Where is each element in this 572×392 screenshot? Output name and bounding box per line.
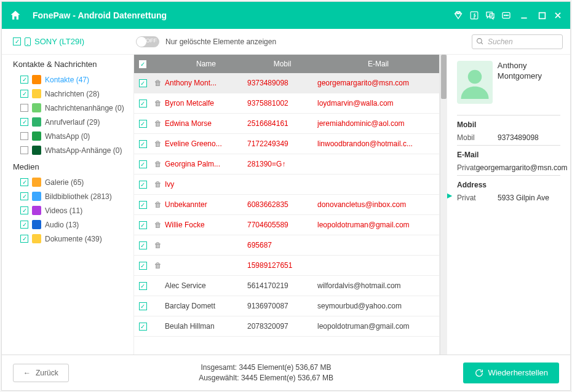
row-checkbox[interactable]: [139, 282, 147, 290]
sidebar-item[interactable]: Dokumente (439): [13, 232, 131, 246]
row-checkbox[interactable]: [139, 241, 147, 249]
row-checkbox[interactable]: [139, 100, 147, 108]
search-icon: [476, 37, 484, 45]
status-selected: Ausgewählt: 3445 Element(e) 536,67 MB: [69, 373, 464, 383]
detail-name: Anthony Montgomery: [498, 61, 560, 104]
item-checkbox[interactable]: [20, 146, 28, 154]
sidebar-item[interactable]: WhatsApp (0): [13, 129, 131, 143]
table-row[interactable]: 🗑Anthony Mont...9373489098georgemargarit…: [134, 73, 439, 93]
close-icon[interactable]: [553, 10, 563, 20]
svg-rect-5: [521, 18, 526, 19]
row-checkbox[interactable]: [139, 262, 147, 270]
table-row[interactable]: Beulah Hillman2078320097leopoldotruman@g…: [134, 316, 439, 337]
row-email: seymourbud@yahoo.com: [317, 302, 439, 310]
col-name[interactable]: Name: [165, 60, 247, 68]
device-name: SONY (LT29I): [34, 37, 84, 46]
sidebar-item[interactable]: Kontakte (47): [13, 73, 131, 87]
table-row[interactable]: 🗑Eveline Greeno...7172249349linwoodbrand…: [134, 134, 439, 154]
row-mobil: 9375881002: [247, 99, 317, 108]
row-checkbox[interactable]: [139, 221, 147, 229]
svg-rect-6: [539, 12, 545, 18]
trash-icon: 🗑: [154, 79, 162, 87]
row-checkbox[interactable]: [139, 302, 147, 310]
facebook-icon[interactable]: [469, 10, 479, 20]
table-area: Name Mobil E-Mail 🗑Anthony Mont...937348…: [133, 55, 570, 355]
scrollbar[interactable]: [440, 55, 447, 355]
table-row[interactable]: 🗑Georgina Palm...281390=G↑: [134, 154, 439, 174]
trash-icon: 🗑: [154, 261, 162, 270]
sidebar-item[interactable]: Anrufverlauf (29): [13, 115, 131, 129]
row-checkbox[interactable]: [139, 120, 147, 128]
item-checkbox[interactable]: [20, 206, 28, 214]
trash-icon: 🗑: [154, 241, 162, 249]
item-checkbox[interactable]: [20, 90, 28, 98]
row-name: Alec Service: [165, 281, 247, 290]
sidebar-item[interactable]: Bildbibliothek (2813): [13, 189, 131, 203]
item-label: Nachrichten (28): [45, 90, 100, 98]
item-checkbox[interactable]: [20, 104, 28, 112]
minimize-icon[interactable]: [517, 10, 531, 20]
row-checkbox[interactable]: [139, 79, 147, 87]
feedback-icon[interactable]: [485, 10, 495, 20]
home-icon[interactable]: [9, 9, 22, 22]
scroll-thumb[interactable]: [441, 55, 447, 99]
item-checkbox[interactable]: [20, 76, 28, 84]
row-checkbox[interactable]: [139, 140, 147, 148]
search-input[interactable]: Suchen: [472, 34, 563, 49]
header-checkbox[interactable]: [139, 60, 146, 68]
table-row[interactable]: 🗑Unbekannter6083662835donovancletus@inbo…: [134, 195, 439, 215]
table-row[interactable]: 🗑15989127651: [134, 256, 439, 276]
item-checkbox[interactable]: [20, 118, 28, 126]
item-checkbox[interactable]: [20, 178, 28, 186]
sidebar-item[interactable]: Audio (13): [13, 218, 131, 232]
category-icon: [32, 192, 41, 201]
row-checkbox[interactable]: [139, 181, 147, 189]
toggle-switch[interactable]: OFF: [136, 36, 159, 47]
device-checkbox[interactable]: [13, 37, 21, 45]
maximize-icon[interactable]: [537, 10, 547, 20]
row-checkbox[interactable]: [139, 201, 147, 209]
table-row[interactable]: Alec Service5614170219wilfordalvis@hotma…: [134, 276, 439, 296]
svg-point-8: [468, 70, 482, 84]
trash-icon: 🗑: [154, 119, 162, 128]
row-checkbox[interactable]: [139, 160, 147, 168]
toggle-label: Nur gelöschte Elemente anzeigen: [165, 37, 276, 46]
row-mobil: 5614170219: [247, 281, 317, 290]
row-name: Barclay Domett: [165, 302, 247, 310]
table-row[interactable]: 🗑Byron Metcalfe9375881002loydmarvin@wall…: [134, 93, 439, 114]
item-checkbox[interactable]: [20, 235, 28, 243]
sidebar-item[interactable]: Nachrichten (28): [13, 87, 131, 101]
back-button[interactable]: ← Zurück: [13, 364, 69, 382]
table-row[interactable]: 🗑695687: [134, 235, 439, 256]
detail-email: georgemargarito@msn.com: [476, 163, 568, 172]
item-checkbox[interactable]: [20, 132, 28, 140]
sidebar-item[interactable]: Nachrichtenanhänge (0): [13, 101, 131, 115]
table-row[interactable]: 🗑Ivy: [134, 174, 439, 195]
detail-email-head: E-Mail: [457, 151, 560, 159]
item-checkbox[interactable]: [20, 192, 28, 200]
sidebar-item[interactable]: Videos (11): [13, 203, 131, 218]
table-row[interactable]: 🗑Willie Focke7704605589leopoldotruman@gm…: [134, 215, 439, 235]
device-select[interactable]: SONY (LT29I): [9, 37, 131, 46]
menu-icon[interactable]: [501, 10, 511, 20]
filter-toggle[interactable]: OFF Nur gelöschte Elemente anzeigen: [136, 36, 276, 47]
avatar: [457, 61, 493, 104]
table-row[interactable]: Barclay Domett9136970087seymourbud@yahoo…: [134, 296, 439, 316]
svg-point-2: [504, 15, 505, 15]
item-checkbox[interactable]: [20, 221, 28, 229]
col-mobil[interactable]: Mobil: [247, 60, 317, 68]
row-checkbox[interactable]: [139, 323, 147, 331]
sidebar-item[interactable]: WhatsApp-Anhänge (0): [13, 143, 131, 157]
table-row[interactable]: 🗑Edwina Morse2516684161jeremiahdominic@a…: [134, 114, 439, 134]
row-email: jeremiahdominic@aol.com: [317, 119, 439, 128]
sidebar-item[interactable]: Galerie (65): [13, 175, 131, 189]
svg-point-4: [507, 15, 508, 15]
recover-button[interactable]: Wiederherstellen: [463, 363, 559, 383]
main-row: Kontakte & Nachrichten Kontakte (47)Nach…: [2, 55, 570, 355]
row-email: leopoldotruman@gmail.com: [317, 322, 439, 331]
diamond-icon[interactable]: [453, 10, 463, 20]
table-body[interactable]: 🗑Anthony Mont...9373489098georgemargarit…: [134, 73, 439, 355]
col-email[interactable]: E-Mail: [317, 60, 439, 68]
row-name: Georgina Palm...: [165, 160, 247, 168]
row-email: loydmarvin@walla.com: [317, 99, 439, 108]
